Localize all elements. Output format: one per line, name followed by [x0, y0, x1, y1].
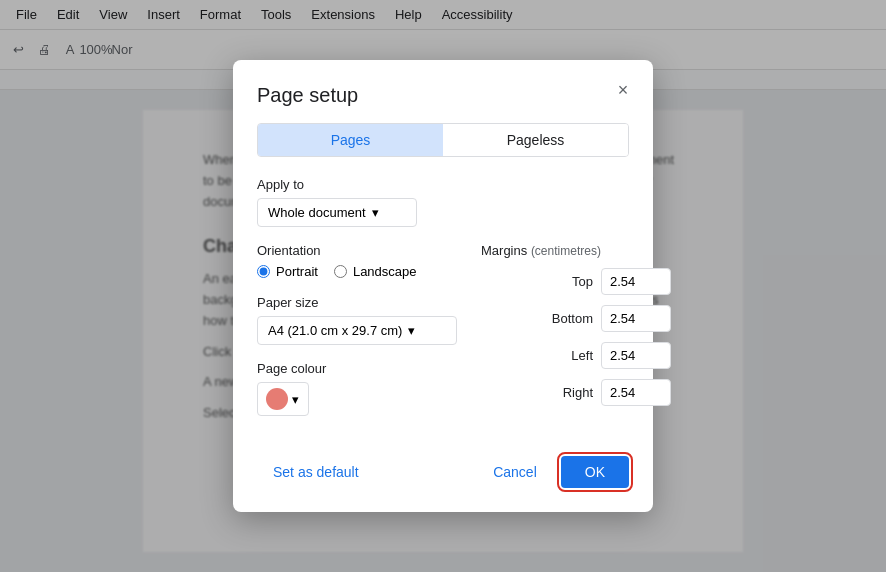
left-margin-input[interactable] [601, 342, 671, 369]
top-margin-input[interactable] [601, 268, 671, 295]
apply-to-label: Apply to [257, 177, 629, 192]
orientation-row: Orientation Portrait Landscape [257, 243, 457, 279]
bottom-margin-label: Bottom [481, 311, 593, 326]
margins-unit: (centimetres) [531, 244, 601, 258]
ok-button[interactable]: OK [561, 456, 629, 488]
margins-label: Margins [481, 243, 527, 258]
left-column: Orientation Portrait Landscape [257, 243, 457, 432]
bottom-margin-input[interactable] [601, 305, 671, 332]
cancel-button[interactable]: Cancel [477, 456, 553, 488]
orientation-label: Orientation [257, 243, 457, 258]
paper-size-select[interactable]: A4 (21.0 cm x 29.7 cm) ▾ [257, 316, 457, 345]
paper-size-value: A4 (21.0 cm x 29.7 cm) [268, 323, 402, 338]
page-setup-dialog: Page setup × Pages Pageless Apply to Who… [233, 60, 653, 512]
two-col-layout: Orientation Portrait Landscape [257, 243, 629, 432]
tab-group: Pages Pageless [257, 123, 629, 157]
tab-pages[interactable]: Pages [258, 124, 443, 156]
modal-overlay: Page setup × Pages Pageless Apply to Who… [0, 0, 886, 572]
margins-header: Margins (centimetres) [481, 243, 681, 258]
right-margin-input[interactable] [601, 379, 671, 406]
page-colour-circle [266, 388, 288, 410]
landscape-option[interactable]: Landscape [334, 264, 417, 279]
margins-grid: Top Bottom Left Right [481, 268, 681, 406]
page-colour-label: Page colour [257, 361, 457, 376]
colour-dropdown-icon: ▾ [292, 392, 299, 407]
apply-to-chevron-icon: ▾ [372, 205, 379, 220]
orientation-options: Portrait Landscape [257, 264, 457, 279]
portrait-radio[interactable] [257, 265, 270, 278]
portrait-label: Portrait [276, 264, 318, 279]
portrait-option[interactable]: Portrait [257, 264, 318, 279]
right-column: Margins (centimetres) Top Bottom Left Ri… [481, 243, 681, 432]
left-margin-label: Left [481, 348, 593, 363]
landscape-radio[interactable] [334, 265, 347, 278]
right-margin-label: Right [481, 385, 593, 400]
apply-to-select[interactable]: Whole document ▾ [257, 198, 417, 227]
paper-size-chevron-icon: ▾ [408, 323, 415, 338]
set-as-default-button[interactable]: Set as default [257, 456, 375, 488]
close-button[interactable]: × [609, 76, 637, 104]
apply-to-value: Whole document [268, 205, 366, 220]
top-margin-label: Top [481, 274, 593, 289]
tab-pageless[interactable]: Pageless [443, 124, 628, 156]
page-colour-button[interactable]: ▾ [257, 382, 309, 416]
paper-size-row: Paper size A4 (21.0 cm x 29.7 cm) ▾ [257, 295, 457, 345]
paper-size-label: Paper size [257, 295, 457, 310]
apply-to-row: Apply to Whole document ▾ [257, 177, 629, 227]
landscape-label: Landscape [353, 264, 417, 279]
dialog-footer: Set as default Cancel OK [257, 456, 629, 488]
dialog-title: Page setup [257, 84, 629, 107]
page-colour-row: Page colour ▾ [257, 361, 457, 416]
